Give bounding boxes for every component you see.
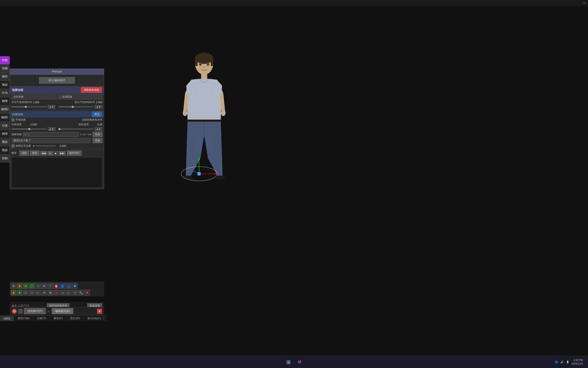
seq-next-button[interactable]: ▶▶ <box>59 151 66 155</box>
sequence-controls: 顺序 清除 重置 ◀◀ ⏸ ▶ ▶▶ 循环序列 <box>10 150 104 156</box>
toolbar-dot-icon[interactable]: ● <box>23 283 29 289</box>
clear-all-animations-button[interactable]: 清除所有动画 <box>81 87 102 93</box>
select-anim-input[interactable] <box>23 132 79 137</box>
toolbar2-star-icon[interactable]: ★ <box>11 290 16 295</box>
edit-mode-button[interactable]: 编辑模式(E) <box>52 308 74 314</box>
game-mode-button[interactable]: 游戏模式(P) <box>24 308 46 314</box>
toolbar-hand-icon[interactable]: ✋ <box>54 283 59 289</box>
nav-tab-track[interactable]: 跟踪(Tab) <box>14 315 33 321</box>
gizmo-manipulator <box>179 156 219 181</box>
toolbar-add-icon[interactable]: ✚ <box>72 283 78 289</box>
toolbar2-dot-icon[interactable]: ● <box>17 290 22 295</box>
hand-anim-checkbox[interactable]: ✓ <box>11 118 15 121</box>
nav-tab-focus[interactable]: 聚焦(F) <box>50 315 67 321</box>
toolbar2-face-icon[interactable]: ☺ <box>54 290 59 295</box>
nav-tab-ui[interactable]: UI(U) <box>0 316 14 321</box>
toolbar2-arrow-icon[interactable]: ▷ <box>35 290 41 295</box>
allow-record-field[interactable]: 允许录制 <box>11 94 56 99</box>
toolbar-help-icon[interactable]: ? <box>47 283 53 289</box>
windows-start-icon[interactable]: ⊞ <box>284 358 292 366</box>
activate-button[interactable]: 激活 <box>92 112 102 117</box>
window-titlebar: × <box>0 0 588 6</box>
inner-animation-header: 内建动画 激活 <box>10 111 104 118</box>
taskbar-app-icon[interactable]: M <box>296 358 304 366</box>
sidebar-tab-audio[interactable]: 音频 <box>0 64 10 73</box>
think-duration-slider[interactable] <box>58 106 94 107</box>
toolbar2-close-icon[interactable]: ✕ <box>84 290 90 295</box>
record-row: 允许录制 ✓ 自用回放 <box>10 94 104 100</box>
sidebar-tab-behavior[interactable]: 行为 <box>0 89 10 97</box>
seq-rewind-button[interactable]: ◀◀ <box>40 151 47 155</box>
toolbar-person-icon[interactable]: 👤 <box>60 283 65 289</box>
toolbar-star-icon[interactable]: ★ <box>17 283 22 289</box>
auto-play-field[interactable]: ✓ 自用回放 <box>57 94 102 99</box>
panel-title: Person <box>10 69 104 75</box>
loop-sequence-button[interactable]: 循环序列 <box>67 151 82 156</box>
toolbar2-grid-icon[interactable]: ⊞ <box>47 290 53 295</box>
svg-rect-23 <box>198 172 201 175</box>
svg-point-11 <box>221 110 226 116</box>
edit-mode-checkmark: ✓ <box>47 309 50 313</box>
toolbar-menu-icon[interactable]: ☰ <box>11 283 16 289</box>
sequence-area[interactable] <box>11 157 102 188</box>
seq-play-button[interactable]: ▶ <box>54 151 58 155</box>
toolbar2-fwd-icon[interactable]: ▷ <box>66 290 71 295</box>
add-animation-button[interactable]: 添加 <box>93 132 102 137</box>
toolbar2-wrench-icon[interactable]: 🔧 <box>78 290 84 295</box>
sidebar-tab-physics1[interactable]: 物理1 <box>0 113 10 122</box>
window-close-button[interactable]: × <box>580 0 588 6</box>
game-mode-checkbox[interactable] <box>18 309 22 313</box>
cross-transition-slider[interactable] <box>35 145 56 146</box>
think-duration-steps: ▲▼ <box>95 105 102 109</box>
speed-sliders-row: ▲▼ ▲▼ <box>10 127 104 131</box>
standalone-edit-button[interactable]: 独立编辑模式 <box>39 77 75 84</box>
cross-indicator <box>33 145 34 147</box>
seq-prev-button[interactable]: ⏸ <box>48 151 53 155</box>
nav-tab-take[interactable]: 取以(R) <box>67 315 83 321</box>
sidebar-tab-preset3[interactable]: 预设 <box>0 138 10 146</box>
power-button[interactable]: ⏻ <box>12 309 17 314</box>
sidebar-tabs: 控制 音频 插件 预设 行为 物理 物理2 物理1 行设 物理 预设 预设 控制 <box>0 56 10 163</box>
nav-more-icon[interactable]: ⋮ <box>102 316 106 320</box>
toolbar2-circle-icon[interactable]: ⊙ <box>72 290 78 295</box>
toolbar-gear-icon[interactable]: ⚙ <box>41 283 47 289</box>
sidebar-tab-physics2[interactable]: 物理2 <box>0 105 10 113</box>
tray-network-icon[interactable]: 🌐 <box>555 361 558 363</box>
sidebar-tab-control2[interactable]: 控制 <box>0 154 10 163</box>
nav-tab-target[interactable]: 目标(T) <box>33 315 50 321</box>
toolbar-face-icon[interactable]: ☺ <box>35 283 41 289</box>
svg-point-6 <box>200 63 201 65</box>
svg-rect-3 <box>211 58 213 66</box>
bottom-toolbar: ☰ ★ ● ⬡ ☺ ⚙ ? ✋ 👤 △ ✚ ★ ● ⬡ ⬡ ▷ ✉ ⊞ ☺ ◁ … <box>10 282 104 296</box>
reset-sequence-button[interactable]: 重置 <box>30 151 40 156</box>
toolbar-hex-icon[interactable]: ⬡ <box>29 283 35 289</box>
rotate-speed-slider[interactable] <box>58 129 94 130</box>
toolbar2-box-icon[interactable]: ⬡ <box>29 290 35 295</box>
sidebar-tab-plugin[interactable]: 插件 <box>0 73 10 81</box>
toolbar2-back-icon[interactable]: ◁ <box>60 290 65 295</box>
sidebar-tab-physics[interactable]: 物理 <box>0 97 10 105</box>
tray-volume-icon[interactable]: 🔊 <box>560 361 564 363</box>
toolbar-triangle-icon[interactable]: △ <box>66 283 71 289</box>
sidebar-tab-preset4[interactable]: 预设 <box>0 146 10 154</box>
dialog-duration-row: 对话气泡持续时间 1.000 想法气泡持续时间 1.000 <box>10 100 104 105</box>
anim-speed-slider[interactable] <box>11 129 47 130</box>
sidebar-tab-preset2[interactable]: 行设 <box>0 122 10 130</box>
sidebar-tab-control[interactable]: 控制 <box>0 56 10 64</box>
clear-sequence-button[interactable]: 清除 <box>19 151 29 156</box>
sidebar-tab-physics3[interactable]: 物理 <box>0 130 10 138</box>
toolbar-row-1: ☰ ★ ● ⬡ ☺ ⚙ ? ✋ 👤 △ ✚ <box>11 283 103 289</box>
scene-animation-header: 场景动画 清除所有动画 <box>10 86 104 94</box>
select-anim-row: 选择动画 X 192 / 192 添加 <box>10 131 104 137</box>
cross-transition-checkbox[interactable]: ✓ <box>11 144 15 147</box>
selected-anim-name: [舞蹈] 肚子舞 2 <box>11 138 91 143</box>
system-clock[interactable]: 2:30 PM 2024/1/15 <box>572 359 583 366</box>
control-panel: Person 独立编辑模式 场景动画 清除所有动画 允许录制 ✓ 自用回放 对话… <box>10 68 104 189</box>
dialog-duration-slider[interactable] <box>11 106 47 107</box>
toolbar2-mail-icon[interactable]: ✉ <box>41 290 47 295</box>
sidebar-tab-preset[interactable]: 预设 <box>0 81 10 89</box>
mode-close-button[interactable]: ✕ <box>97 309 102 314</box>
toolbar2-hex-icon[interactable]: ⬡ <box>23 290 29 295</box>
replace-button[interactable]: 替换 <box>93 138 102 143</box>
tray-battery-icon[interactable]: 🔋 <box>566 361 569 363</box>
